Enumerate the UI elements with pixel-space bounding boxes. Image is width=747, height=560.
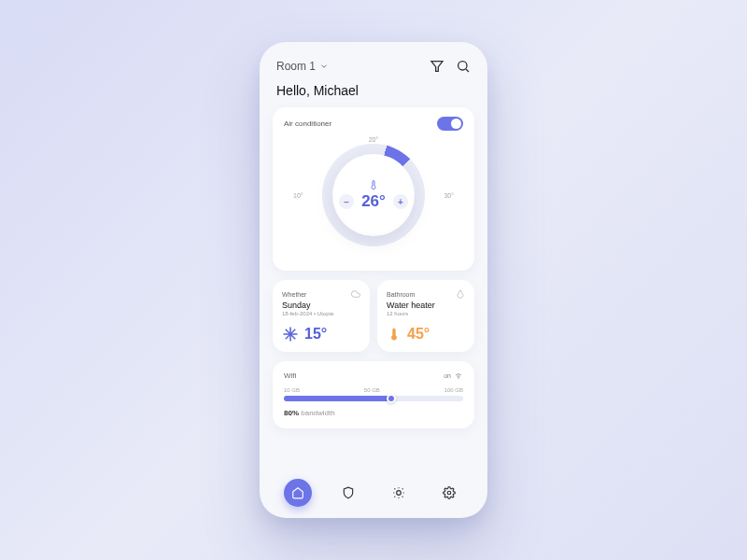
weather-title: Whether [282, 291, 306, 298]
dial-ring: − 26° + [322, 144, 425, 246]
ac-label: Air conditioner [284, 119, 331, 128]
wifi-bandwidth-label: bandwidth [301, 409, 334, 417]
wifi-scale-mid: 50 GB [364, 387, 380, 393]
ac-toggle[interactable] [437, 117, 463, 131]
thermometer-hot-icon [387, 327, 402, 342]
svg-line-16 [394, 497, 395, 497]
bottom-nav [273, 471, 474, 509]
svg-point-1 [458, 62, 467, 70]
wifi-icon [454, 371, 463, 380]
info-cards-row: Whether Sunday 18-feb-2024 • Utopia 15° … [273, 280, 474, 352]
nav-settings[interactable] [435, 479, 463, 507]
droplet-icon [456, 289, 465, 299]
greeting-text: Hello, Michael [276, 83, 471, 98]
svg-point-17 [447, 491, 451, 495]
sun-icon [392, 486, 405, 499]
wifi-bandwidth: 80% bandwidth [284, 409, 463, 417]
temperature-value: 26° [361, 192, 386, 211]
cloud-icon [351, 289, 360, 299]
temperature-dial[interactable]: 20° 10° 30° − 26° + [284, 134, 463, 256]
temp-decrease-button[interactable]: − [339, 194, 354, 209]
ac-header: Air conditioner [284, 117, 463, 131]
bathroom-title: Bathroom [387, 291, 415, 298]
bathroom-card[interactable]: Bathroom Water heater 12 hours 45° [377, 280, 474, 352]
room-selector[interactable]: Room 1 [276, 60, 329, 73]
shield-icon [342, 486, 355, 499]
home-icon [291, 486, 304, 499]
room-label: Room 1 [276, 60, 316, 73]
filter-icon[interactable] [430, 59, 444, 74]
nav-home[interactable] [284, 479, 312, 507]
temperature-controls: − 26° + [339, 192, 408, 211]
wifi-card: Wifi on 10 GB 50 GB 100 GB 80% bandwidth [273, 361, 474, 428]
chevron-down-icon [319, 62, 329, 71]
svg-point-8 [397, 491, 402, 496]
phone-frame: Room 1 Hello, Michael Air conditioner 20… [260, 42, 487, 518]
bathroom-duration: 12 hours [387, 311, 465, 316]
nav-security[interactable] [334, 479, 362, 507]
dial-scale-left: 10° [293, 192, 303, 199]
thermometer-icon [368, 179, 379, 190]
dial-face: − 26° + [332, 154, 415, 236]
wifi-scale-low: 10 GB [284, 387, 300, 393]
gear-icon [443, 486, 456, 499]
svg-marker-0 [431, 62, 443, 72]
search-icon[interactable] [456, 59, 471, 74]
top-bar: Room 1 [273, 59, 474, 74]
weather-temp: 15° [304, 326, 327, 343]
bathroom-device: Water heater [387, 301, 465, 310]
top-icons [430, 59, 471, 74]
weather-day: Sunday [282, 301, 360, 310]
wifi-scale-high: 100 GB [444, 387, 463, 393]
wifi-scale: 10 GB 50 GB 100 GB [284, 387, 463, 393]
weather-date: 18-feb-2024 • Utopia [282, 311, 360, 316]
svg-line-15 [402, 488, 403, 489]
bathroom-temp: 45° [407, 326, 430, 343]
temp-increase-button[interactable]: + [393, 194, 408, 209]
wifi-usage-slider[interactable] [284, 396, 463, 401]
wifi-bandwidth-pct: 80% [284, 409, 299, 417]
svg-point-7 [458, 378, 459, 379]
wifi-status-text: on [444, 372, 451, 379]
svg-line-2 [466, 69, 469, 72]
weather-card[interactable]: Whether Sunday 18-feb-2024 • Utopia 15° [273, 280, 370, 352]
wifi-title: Wifi [284, 371, 296, 380]
dial-scale-top: 20° [369, 136, 379, 143]
svg-line-13 [394, 488, 395, 489]
wifi-bar-fill [284, 396, 391, 401]
wifi-bar-knob[interactable] [387, 394, 396, 403]
nav-brightness[interactable] [385, 479, 413, 507]
snowflake-icon [282, 326, 299, 343]
air-conditioner-card: Air conditioner 20° 10° 30° − 26° + [273, 107, 474, 271]
svg-line-14 [402, 497, 403, 497]
wifi-status[interactable]: on [444, 371, 463, 380]
dial-scale-right: 30° [444, 192, 454, 199]
